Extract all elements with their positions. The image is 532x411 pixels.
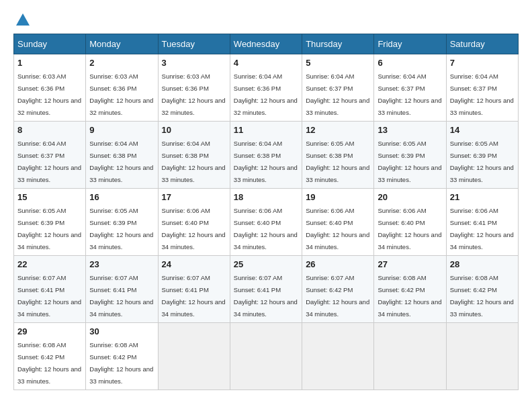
day-info: Sunrise: 6:05 AMSunset: 6:38 PMDaylight:… (306, 140, 369, 183)
calendar-day-cell (230, 323, 302, 390)
day-info: Sunrise: 6:06 AMSunset: 6:40 PMDaylight:… (306, 207, 369, 250)
calendar-day-cell: 14 Sunrise: 6:05 AMSunset: 6:39 PMDaylig… (446, 122, 518, 189)
day-number: 28 (450, 259, 515, 269)
calendar-day-cell: 28 Sunrise: 6:08 AMSunset: 6:42 PMDaylig… (446, 256, 518, 323)
calendar-header-cell: Monday (86, 34, 158, 54)
day-number: 12 (306, 125, 370, 135)
day-info: Sunrise: 6:04 AMSunset: 6:37 PMDaylight:… (17, 140, 81, 183)
day-number: 20 (378, 192, 442, 202)
day-info: Sunrise: 6:05 AMSunset: 6:39 PMDaylight:… (89, 207, 153, 250)
day-info: Sunrise: 6:08 AMSunset: 6:42 PMDaylight:… (450, 274, 514, 318)
calendar-week-row: 29 Sunrise: 6:08 AMSunset: 6:42 PMDaylig… (14, 323, 519, 390)
calendar-week-row: 15 Sunrise: 6:05 AMSunset: 6:39 PMDaylig… (14, 189, 519, 256)
day-info: Sunrise: 6:04 AMSunset: 6:37 PMDaylight:… (378, 73, 441, 116)
day-info: Sunrise: 6:06 AMSunset: 6:40 PMDaylight:… (378, 207, 441, 250)
calendar-header-cell: Wednesday (230, 34, 302, 54)
day-number: 4 (234, 58, 298, 68)
calendar-day-cell: 22 Sunrise: 6:07 AMSunset: 6:41 PMDaylig… (14, 256, 86, 323)
calendar-day-cell (302, 323, 374, 390)
day-info: Sunrise: 6:04 AMSunset: 6:38 PMDaylight:… (234, 140, 298, 183)
day-number: 1 (17, 58, 82, 68)
day-info: Sunrise: 6:06 AMSunset: 6:41 PMDaylight:… (450, 207, 514, 250)
day-number: 17 (162, 192, 226, 202)
day-info: Sunrise: 6:03 AMSunset: 6:36 PMDaylight:… (89, 73, 153, 116)
day-info: Sunrise: 6:05 AMSunset: 6:39 PMDaylight:… (17, 207, 81, 250)
calendar-day-cell: 1 Sunrise: 6:03 AMSunset: 6:36 PMDayligh… (14, 54, 86, 122)
calendar-header-cell: Sunday (14, 34, 86, 54)
day-number: 3 (162, 58, 226, 68)
day-number: 22 (17, 259, 82, 269)
day-info: Sunrise: 6:07 AMSunset: 6:41 PMDaylight:… (162, 274, 226, 318)
day-number: 14 (450, 125, 515, 135)
calendar-day-cell: 29 Sunrise: 6:08 AMSunset: 6:42 PMDaylig… (14, 323, 86, 390)
calendar-day-cell: 20 Sunrise: 6:06 AMSunset: 6:40 PMDaylig… (374, 189, 446, 256)
day-number: 8 (17, 125, 82, 135)
day-info: Sunrise: 6:04 AMSunset: 6:38 PMDaylight:… (89, 140, 153, 183)
day-info: Sunrise: 6:08 AMSunset: 6:42 PMDaylight:… (17, 341, 81, 385)
day-info: Sunrise: 6:04 AMSunset: 6:37 PMDaylight:… (450, 73, 514, 116)
day-number: 7 (450, 58, 515, 68)
day-info: Sunrise: 6:04 AMSunset: 6:38 PMDaylight:… (162, 140, 226, 183)
calendar-day-cell: 2 Sunrise: 6:03 AMSunset: 6:36 PMDayligh… (86, 54, 158, 122)
day-number: 24 (162, 259, 226, 269)
page-header (13, 13, 519, 27)
calendar-header-row: SundayMondayTuesdayWednesdayThursdayFrid… (14, 34, 519, 54)
calendar-header-cell: Saturday (446, 34, 518, 54)
day-number: 21 (450, 192, 515, 202)
day-info: Sunrise: 6:05 AMSunset: 6:39 PMDaylight:… (378, 140, 441, 183)
day-number: 23 (89, 259, 154, 269)
calendar-table: SundayMondayTuesdayWednesdayThursdayFrid… (13, 34, 519, 390)
day-number: 27 (378, 259, 442, 269)
calendar-day-cell: 27 Sunrise: 6:08 AMSunset: 6:42 PMDaylig… (374, 256, 446, 323)
day-number: 19 (306, 192, 370, 202)
calendar-day-cell: 30 Sunrise: 6:08 AMSunset: 6:42 PMDaylig… (86, 323, 158, 390)
calendar-day-cell: 4 Sunrise: 6:04 AMSunset: 6:36 PMDayligh… (230, 54, 302, 122)
day-info: Sunrise: 6:08 AMSunset: 6:42 PMDaylight:… (89, 341, 153, 385)
calendar-body: 1 Sunrise: 6:03 AMSunset: 6:36 PMDayligh… (14, 54, 519, 390)
day-info: Sunrise: 6:07 AMSunset: 6:41 PMDaylight:… (89, 274, 153, 318)
day-info: Sunrise: 6:04 AMSunset: 6:37 PMDaylight:… (306, 73, 369, 116)
day-info: Sunrise: 6:03 AMSunset: 6:36 PMDaylight:… (162, 73, 226, 116)
calendar-day-cell: 16 Sunrise: 6:05 AMSunset: 6:39 PMDaylig… (86, 189, 158, 256)
calendar-day-cell: 11 Sunrise: 6:04 AMSunset: 6:38 PMDaylig… (230, 122, 302, 189)
day-number: 13 (378, 125, 442, 135)
day-number: 25 (234, 259, 298, 269)
calendar-day-cell: 7 Sunrise: 6:04 AMSunset: 6:37 PMDayligh… (446, 54, 518, 122)
day-number: 26 (306, 259, 370, 269)
day-number: 15 (17, 192, 82, 202)
calendar-day-cell (158, 323, 230, 390)
calendar-day-cell: 5 Sunrise: 6:04 AMSunset: 6:37 PMDayligh… (302, 54, 374, 122)
day-number: 10 (162, 125, 226, 135)
day-number: 30 (89, 326, 154, 336)
day-number: 29 (17, 326, 82, 336)
calendar-day-cell: 26 Sunrise: 6:07 AMSunset: 6:42 PMDaylig… (302, 256, 374, 323)
calendar-day-cell: 18 Sunrise: 6:06 AMSunset: 6:40 PMDaylig… (230, 189, 302, 256)
calendar-week-row: 22 Sunrise: 6:07 AMSunset: 6:41 PMDaylig… (14, 256, 519, 323)
calendar-day-cell: 3 Sunrise: 6:03 AMSunset: 6:36 PMDayligh… (158, 54, 230, 122)
day-number: 2 (89, 58, 154, 68)
day-info: Sunrise: 6:08 AMSunset: 6:42 PMDaylight:… (378, 274, 441, 318)
day-info: Sunrise: 6:07 AMSunset: 6:42 PMDaylight:… (306, 274, 369, 318)
calendar-day-cell: 25 Sunrise: 6:07 AMSunset: 6:41 PMDaylig… (230, 256, 302, 323)
day-info: Sunrise: 6:06 AMSunset: 6:40 PMDaylight:… (234, 207, 298, 250)
day-number: 11 (234, 125, 298, 135)
day-number: 6 (378, 58, 442, 68)
day-number: 18 (234, 192, 298, 202)
calendar-day-cell: 23 Sunrise: 6:07 AMSunset: 6:41 PMDaylig… (86, 256, 158, 323)
calendar-day-cell (446, 323, 518, 390)
calendar-day-cell: 12 Sunrise: 6:05 AMSunset: 6:38 PMDaylig… (302, 122, 374, 189)
day-number: 16 (89, 192, 154, 202)
calendar-header-cell: Thursday (302, 34, 374, 54)
calendar-day-cell (374, 323, 446, 390)
calendar-day-cell: 19 Sunrise: 6:06 AMSunset: 6:40 PMDaylig… (302, 189, 374, 256)
calendar-day-cell: 6 Sunrise: 6:04 AMSunset: 6:37 PMDayligh… (374, 54, 446, 122)
day-info: Sunrise: 6:05 AMSunset: 6:39 PMDaylight:… (450, 140, 514, 183)
day-number: 9 (89, 125, 154, 135)
day-info: Sunrise: 6:07 AMSunset: 6:41 PMDaylight:… (17, 274, 81, 318)
calendar-header-cell: Tuesday (158, 34, 230, 54)
day-info: Sunrise: 6:07 AMSunset: 6:41 PMDaylight:… (234, 274, 298, 318)
calendar-day-cell: 24 Sunrise: 6:07 AMSunset: 6:41 PMDaylig… (158, 256, 230, 323)
day-number: 5 (306, 58, 370, 68)
calendar-day-cell: 10 Sunrise: 6:04 AMSunset: 6:38 PMDaylig… (158, 122, 230, 189)
calendar-day-cell: 9 Sunrise: 6:04 AMSunset: 6:38 PMDayligh… (86, 122, 158, 189)
